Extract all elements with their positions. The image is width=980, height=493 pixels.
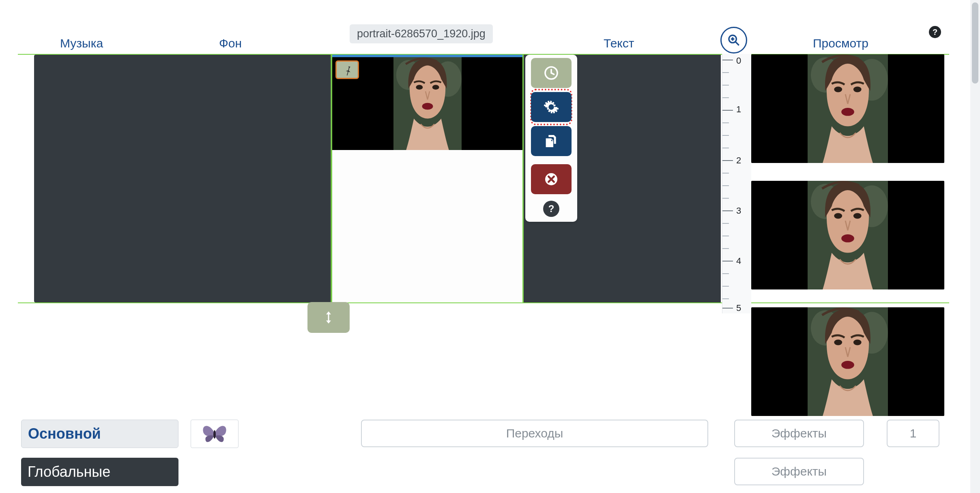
slide-thumbnail-area [332,55,522,150]
resize-handle[interactable] [307,302,350,333]
preview-frame-2[interactable] [751,181,944,289]
svg-point-16 [853,87,862,92]
zoom-in-button[interactable] [720,27,747,54]
butterfly-icon [199,422,230,446]
svg-point-30 [213,430,216,439]
help-button-top[interactable]: ? [929,26,941,38]
header-background[interactable]: Фон [219,36,242,50]
app-root: Музыка Фон Текст Просмотр portrait-62865… [0,0,980,493]
svg-point-8 [432,85,439,90]
window-scrollbar[interactable] [970,0,980,493]
ruler-label-1: 1 [736,104,741,115]
tab-main[interactable]: Основной [21,420,178,448]
svg-point-23 [841,234,854,242]
svg-point-27 [834,340,842,345]
svg-point-28 [853,340,862,345]
svg-line-1 [735,42,739,45]
ruler-label-3: 3 [736,206,741,216]
ruler-label-0: 0 [736,56,741,66]
pin-button[interactable] [335,60,359,79]
close-circle-icon [543,171,559,187]
header-text[interactable]: Текст [604,36,634,50]
copy-icon [543,133,559,149]
slide-current[interactable] [332,55,522,302]
header-preview[interactable]: Просмотр [813,36,868,50]
effects-page-number[interactable]: 1 [887,420,939,447]
svg-point-15 [834,87,842,92]
clock-icon [543,65,559,81]
tab-global[interactable]: Глобальные [21,458,178,486]
slide-previous[interactable] [34,55,331,302]
transitions-button[interactable]: Переходы [361,420,708,447]
pin-icon [342,64,353,75]
effects-button-2[interactable]: Эффекты [734,458,864,485]
ruler-label-5: 5 [736,303,741,313]
scrollbar-thumb[interactable] [972,2,978,84]
settings-button[interactable] [531,92,572,122]
resize-vertical-icon [321,310,336,325]
svg-point-29 [841,361,854,369]
portrait-graphic [393,57,462,150]
preview-frame-1[interactable] [751,54,944,163]
time-ruler: 0 1 2 3 4 5 [722,54,751,313]
svg-point-17 [841,108,854,116]
svg-point-9 [422,103,433,110]
slide-tool-menu: ? [525,55,577,222]
effects-button-1[interactable]: Эффекты [734,420,864,447]
preview-frame-3[interactable] [751,307,944,416]
slide-image [393,57,462,150]
ruler-label-2: 2 [736,155,741,166]
gear-icon [543,99,559,115]
header-music[interactable]: Музыка [60,36,103,50]
transition-preset-icon[interactable] [191,420,239,448]
svg-point-22 [853,213,862,219]
tool-help-button[interactable]: ? [543,201,559,217]
svg-point-7 [416,85,423,90]
timing-button[interactable] [531,58,572,88]
duplicate-button[interactable] [531,126,572,156]
preview-column [751,54,944,416]
ruler-label-4: 4 [736,256,741,266]
svg-point-21 [834,213,842,219]
zoom-in-icon [727,33,741,47]
delete-button[interactable] [531,164,572,194]
filename-tooltip: portrait-6286570_1920.jpg [350,24,493,43]
